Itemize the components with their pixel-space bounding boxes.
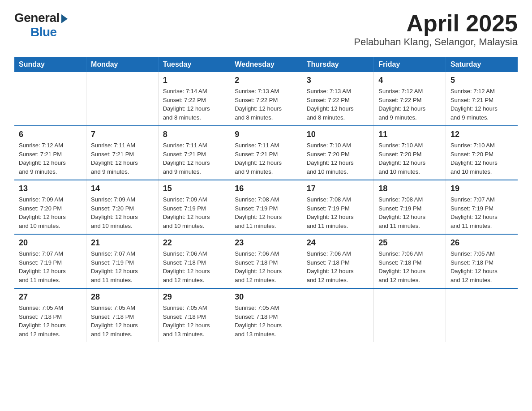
day-number: 28 xyxy=(91,292,154,302)
day-info: Sunrise: 7:11 AMSunset: 7:21 PMDaylight:… xyxy=(235,141,297,176)
week-row-5: 27Sunrise: 7:05 AMSunset: 7:18 PMDayligh… xyxy=(14,288,518,342)
day-cell: 30Sunrise: 7:05 AMSunset: 7:18 PMDayligh… xyxy=(230,288,302,342)
day-cell: 24Sunrise: 7:06 AMSunset: 7:18 PMDayligh… xyxy=(302,234,374,288)
day-info: Sunrise: 7:07 AMSunset: 7:19 PMDaylight:… xyxy=(450,195,513,230)
week-row-4: 20Sunrise: 7:07 AMSunset: 7:19 PMDayligh… xyxy=(14,234,518,288)
day-number: 12 xyxy=(450,130,513,139)
day-number: 10 xyxy=(307,130,369,139)
week-row-2: 6Sunrise: 7:12 AMSunset: 7:21 PMDaylight… xyxy=(14,126,518,180)
day-number: 8 xyxy=(163,130,226,139)
column-header-wednesday: Wednesday xyxy=(230,57,302,72)
day-number: 14 xyxy=(91,184,154,193)
day-info: Sunrise: 7:10 AMSunset: 7:20 PMDaylight:… xyxy=(450,141,513,176)
day-number: 4 xyxy=(378,76,441,85)
page-title: April 2025 xyxy=(354,11,518,36)
day-number: 7 xyxy=(91,130,154,139)
day-info: Sunrise: 7:07 AMSunset: 7:19 PMDaylight:… xyxy=(91,249,154,284)
day-info: Sunrise: 7:06 AMSunset: 7:18 PMDaylight:… xyxy=(163,249,226,284)
day-cell: 2Sunrise: 7:13 AMSunset: 7:22 PMDaylight… xyxy=(230,72,302,126)
day-number: 21 xyxy=(91,238,154,248)
day-cell xyxy=(302,288,374,342)
day-cell: 1Sunrise: 7:14 AMSunset: 7:22 PMDaylight… xyxy=(158,72,230,126)
day-cell: 6Sunrise: 7:12 AMSunset: 7:21 PMDaylight… xyxy=(14,126,86,180)
day-cell: 5Sunrise: 7:12 AMSunset: 7:21 PMDaylight… xyxy=(446,72,518,126)
day-cell: 19Sunrise: 7:07 AMSunset: 7:19 PMDayligh… xyxy=(446,180,518,234)
day-info: Sunrise: 7:09 AMSunset: 7:20 PMDaylight:… xyxy=(19,195,82,230)
column-header-tuesday: Tuesday xyxy=(158,57,230,72)
day-number: 29 xyxy=(163,292,226,302)
day-info: Sunrise: 7:05 AMSunset: 7:18 PMDaylight:… xyxy=(235,304,297,338)
day-info: Sunrise: 7:06 AMSunset: 7:18 PMDaylight:… xyxy=(378,249,441,284)
day-info: Sunrise: 7:12 AMSunset: 7:21 PMDaylight:… xyxy=(19,141,82,176)
day-info: Sunrise: 7:05 AMSunset: 7:18 PMDaylight:… xyxy=(91,304,154,338)
column-header-monday: Monday xyxy=(86,57,159,72)
calendar-header: SundayMondayTuesdayWednesdayThursdayFrid… xyxy=(14,57,518,72)
day-number: 9 xyxy=(235,130,297,139)
day-cell: 10Sunrise: 7:10 AMSunset: 7:20 PMDayligh… xyxy=(302,126,374,180)
day-number: 18 xyxy=(378,184,441,193)
day-cell: 4Sunrise: 7:12 AMSunset: 7:22 PMDaylight… xyxy=(374,72,446,126)
day-number: 25 xyxy=(378,238,441,248)
header-row: SundayMondayTuesdayWednesdayThursdayFrid… xyxy=(14,57,518,72)
day-number: 23 xyxy=(235,238,297,248)
day-cell: 18Sunrise: 7:08 AMSunset: 7:19 PMDayligh… xyxy=(374,180,446,234)
day-cell: 27Sunrise: 7:05 AMSunset: 7:18 PMDayligh… xyxy=(14,288,86,342)
day-cell xyxy=(374,288,446,342)
day-info: Sunrise: 7:12 AMSunset: 7:22 PMDaylight:… xyxy=(378,87,441,122)
day-number: 20 xyxy=(19,238,82,248)
day-cell: 12Sunrise: 7:10 AMSunset: 7:20 PMDayligh… xyxy=(446,126,518,180)
day-number: 5 xyxy=(450,76,513,85)
day-cell: 29Sunrise: 7:05 AMSunset: 7:18 PMDayligh… xyxy=(158,288,230,342)
day-cell: 23Sunrise: 7:06 AMSunset: 7:18 PMDayligh… xyxy=(230,234,302,288)
day-info: Sunrise: 7:11 AMSunset: 7:21 PMDaylight:… xyxy=(163,141,226,176)
day-cell: 14Sunrise: 7:09 AMSunset: 7:20 PMDayligh… xyxy=(86,180,159,234)
day-number: 13 xyxy=(19,184,82,193)
page-header: General Blue April 2025 Pelabuhan Klang,… xyxy=(14,11,518,48)
day-cell: 7Sunrise: 7:11 AMSunset: 7:21 PMDaylight… xyxy=(86,126,159,180)
day-info: Sunrise: 7:12 AMSunset: 7:21 PMDaylight:… xyxy=(450,87,513,122)
day-info: Sunrise: 7:06 AMSunset: 7:18 PMDaylight:… xyxy=(235,249,297,284)
day-info: Sunrise: 7:09 AMSunset: 7:20 PMDaylight:… xyxy=(91,195,154,230)
day-cell: 3Sunrise: 7:13 AMSunset: 7:22 PMDaylight… xyxy=(302,72,374,126)
day-info: Sunrise: 7:05 AMSunset: 7:18 PMDaylight:… xyxy=(19,304,82,338)
day-number: 16 xyxy=(235,184,297,193)
day-info: Sunrise: 7:08 AMSunset: 7:19 PMDaylight:… xyxy=(378,195,441,230)
day-number: 1 xyxy=(163,76,226,85)
day-cell: 22Sunrise: 7:06 AMSunset: 7:18 PMDayligh… xyxy=(158,234,230,288)
title-block: April 2025 Pelabuhan Klang, Selangor, Ma… xyxy=(354,11,518,48)
day-number: 19 xyxy=(450,184,513,193)
day-number: 11 xyxy=(378,130,441,139)
day-info: Sunrise: 7:05 AMSunset: 7:18 PMDaylight:… xyxy=(163,304,226,338)
day-info: Sunrise: 7:13 AMSunset: 7:22 PMDaylight:… xyxy=(307,87,369,122)
day-info: Sunrise: 7:13 AMSunset: 7:22 PMDaylight:… xyxy=(235,87,297,122)
column-header-saturday: Saturday xyxy=(446,57,518,72)
day-cell: 9Sunrise: 7:11 AMSunset: 7:21 PMDaylight… xyxy=(230,126,302,180)
day-cell: 13Sunrise: 7:09 AMSunset: 7:20 PMDayligh… xyxy=(14,180,86,234)
day-number: 26 xyxy=(450,238,513,248)
day-info: Sunrise: 7:07 AMSunset: 7:19 PMDaylight:… xyxy=(19,249,82,284)
day-info: Sunrise: 7:10 AMSunset: 7:20 PMDaylight:… xyxy=(307,141,369,176)
calendar-table: SundayMondayTuesdayWednesdayThursdayFrid… xyxy=(14,57,518,342)
day-info: Sunrise: 7:09 AMSunset: 7:19 PMDaylight:… xyxy=(163,195,226,230)
week-row-3: 13Sunrise: 7:09 AMSunset: 7:20 PMDayligh… xyxy=(14,180,518,234)
day-number: 2 xyxy=(235,76,297,85)
day-cell xyxy=(86,72,159,126)
day-cell: 11Sunrise: 7:10 AMSunset: 7:20 PMDayligh… xyxy=(374,126,446,180)
logo-general-text: General xyxy=(14,11,60,25)
page-subtitle: Pelabuhan Klang, Selangor, Malaysia xyxy=(354,36,518,48)
day-cell: 16Sunrise: 7:08 AMSunset: 7:19 PMDayligh… xyxy=(230,180,302,234)
day-cell: 20Sunrise: 7:07 AMSunset: 7:19 PMDayligh… xyxy=(14,234,86,288)
day-info: Sunrise: 7:10 AMSunset: 7:20 PMDaylight:… xyxy=(378,141,441,176)
column-header-friday: Friday xyxy=(374,57,446,72)
day-info: Sunrise: 7:14 AMSunset: 7:22 PMDaylight:… xyxy=(163,87,226,122)
day-cell: 17Sunrise: 7:08 AMSunset: 7:19 PMDayligh… xyxy=(302,180,374,234)
day-number: 27 xyxy=(19,292,82,302)
day-cell: 15Sunrise: 7:09 AMSunset: 7:19 PMDayligh… xyxy=(158,180,230,234)
day-number: 17 xyxy=(307,184,369,193)
logo-arrow-icon xyxy=(61,14,68,23)
day-info: Sunrise: 7:06 AMSunset: 7:18 PMDaylight:… xyxy=(307,249,369,284)
day-cell: 25Sunrise: 7:06 AMSunset: 7:18 PMDayligh… xyxy=(374,234,446,288)
day-info: Sunrise: 7:05 AMSunset: 7:18 PMDaylight:… xyxy=(450,249,513,284)
day-number: 22 xyxy=(163,238,226,248)
logo: General Blue xyxy=(14,11,68,39)
